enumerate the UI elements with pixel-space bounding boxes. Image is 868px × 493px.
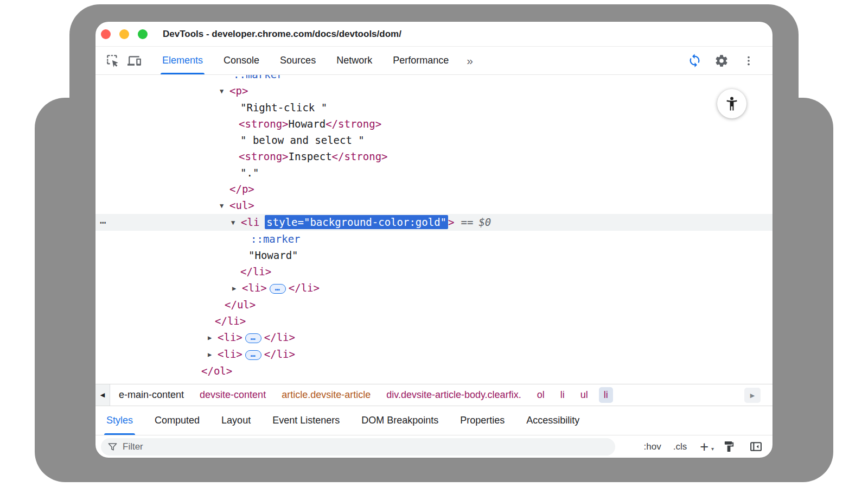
toggle-element-state-button[interactable]: :hov bbox=[644, 441, 661, 452]
dom-node-li-collapsed[interactable]: ▶<li>…</li> bbox=[95, 346, 773, 363]
expand-children-button[interactable]: … bbox=[245, 333, 261, 343]
tag-token: <li> bbox=[242, 282, 267, 294]
tag-token: </strong> bbox=[326, 118, 381, 130]
tag-token: <p> bbox=[229, 85, 248, 97]
device-toolbar-icon[interactable] bbox=[124, 47, 145, 74]
tab-network-label: Network bbox=[336, 55, 372, 66]
dom-node-li-collapsed[interactable]: ▶<li>…</li> bbox=[95, 329, 773, 346]
tab-accessibility[interactable]: Accessibility bbox=[515, 406, 590, 435]
breadcrumb-item[interactable]: ul bbox=[576, 387, 593, 403]
text-token: Inspect bbox=[289, 150, 332, 162]
dom-text-node[interactable]: "Howard" bbox=[95, 247, 773, 263]
expand-arrow-icon[interactable]: ▼ bbox=[220, 198, 229, 214]
dom-text-node[interactable]: "." bbox=[95, 165, 773, 181]
dom-text-node[interactable]: " below and select " bbox=[95, 132, 773, 148]
breadcrumb-item[interactable]: article.devsite-article bbox=[277, 387, 375, 403]
window-title: DevTools - developer.chrome.com/docs/dev… bbox=[163, 29, 401, 40]
kebab-menu-icon[interactable] bbox=[738, 55, 760, 67]
tag-token: <strong> bbox=[239, 118, 289, 130]
accessibility-widget-button[interactable] bbox=[717, 89, 746, 118]
dom-node-ul-close[interactable]: </ul> bbox=[95, 296, 773, 313]
breadcrumb-item[interactable]: li bbox=[556, 387, 570, 403]
collapse-arrow-icon[interactable]: ▶ bbox=[232, 280, 242, 296]
tag-token: </li> bbox=[264, 331, 295, 343]
sidebar-pane-tabs: Styles Computed Layout Event Listeners D… bbox=[95, 406, 773, 435]
styles-filter-field[interactable] bbox=[101, 438, 615, 456]
tag-token: </li> bbox=[215, 315, 246, 327]
breadcrumb-item[interactable]: e-main-content bbox=[114, 387, 189, 403]
title-bar: DevTools - developer.chrome.com/docs/dev… bbox=[95, 22, 773, 47]
dom-node-p-open[interactable]: ▼<p> bbox=[95, 83, 773, 99]
close-window-button[interactable] bbox=[101, 29, 111, 39]
toggle-sidebar-icon[interactable] bbox=[749, 440, 763, 453]
dom-node-ol-close[interactable]: </ol> bbox=[95, 363, 773, 379]
filter-input[interactable] bbox=[123, 441, 609, 452]
new-style-rule-button[interactable]: +▾ bbox=[700, 441, 709, 452]
tag-token: </li> bbox=[289, 282, 320, 294]
dom-node-strong-inspect[interactable]: <strong>Inspect</strong> bbox=[95, 148, 773, 165]
tab-styles[interactable]: Styles bbox=[95, 406, 144, 435]
dom-node-marker-clipped[interactable]: ::marker bbox=[95, 75, 773, 83]
tab-elements[interactable]: Elements bbox=[152, 47, 213, 74]
tab-event-listeners[interactable]: Event Listeners bbox=[261, 406, 350, 435]
dom-text-node[interactable]: "Right-click " bbox=[95, 99, 773, 116]
sync-icon[interactable] bbox=[684, 53, 705, 68]
accessibility-person-icon bbox=[724, 96, 740, 112]
text-token: "Howard" bbox=[248, 249, 298, 261]
dom-tree: ::marker ▼<p> "Right-click " <strong>How… bbox=[95, 75, 773, 384]
tab-console-label: Console bbox=[224, 55, 259, 66]
pseudo-element-token: ::marker bbox=[251, 233, 301, 245]
settings-gear-icon[interactable] bbox=[711, 54, 732, 68]
more-tabs-chevron-icon[interactable]: » bbox=[459, 47, 481, 74]
tag-token: </li> bbox=[240, 266, 271, 277]
text-token: "Right-click " bbox=[240, 102, 327, 113]
dom-node-li-close[interactable]: </li> bbox=[95, 263, 773, 280]
text-token: "." bbox=[240, 167, 259, 179]
dom-node-li-selected[interactable]: ⋯ ▼<listyle="background-color:gold">==$0 bbox=[95, 214, 773, 231]
breadcrumb-item-selected[interactable]: li bbox=[599, 387, 613, 403]
collapse-arrow-icon[interactable]: ▶ bbox=[208, 346, 218, 363]
element-classes-button[interactable]: .cls bbox=[673, 441, 687, 452]
tag-token: > bbox=[448, 216, 454, 228]
expand-children-button[interactable]: … bbox=[270, 284, 286, 294]
tab-properties-label: Properties bbox=[460, 415, 505, 426]
minimize-window-button[interactable] bbox=[119, 29, 129, 39]
dom-node-ul-open[interactable]: ▼<ul> bbox=[95, 197, 773, 214]
breadcrumb-item[interactable]: div.devsite-article-body.clearfix. bbox=[381, 387, 526, 403]
tab-performance[interactable]: Performance bbox=[382, 47, 459, 74]
devtools-tab-strip: Elements Console Sources Network Perform… bbox=[152, 47, 459, 74]
tab-properties[interactable]: Properties bbox=[449, 406, 515, 435]
expand-children-button[interactable]: … bbox=[245, 350, 261, 360]
tab-dom-breakpoints[interactable]: DOM Breakpoints bbox=[350, 406, 449, 435]
dom-node-li-collapsed[interactable]: ▶<li>…</li> bbox=[95, 280, 773, 296]
tab-console[interactable]: Console bbox=[213, 47, 270, 74]
breadcrumb-scroll-left-icon[interactable]: ◀ bbox=[95, 384, 110, 406]
dom-node-strong-howard[interactable]: <strong>Howard</strong> bbox=[95, 116, 773, 132]
toolbar-right-controls bbox=[684, 47, 773, 74]
dom-node-marker[interactable]: ::marker bbox=[95, 231, 773, 247]
filter-funnel-icon bbox=[107, 441, 118, 452]
attribute-editor[interactable]: style="background-color:gold" bbox=[265, 215, 448, 229]
collapse-arrow-icon[interactable]: ▶ bbox=[208, 330, 218, 346]
tab-dom-breakpoints-label: DOM Breakpoints bbox=[361, 415, 438, 426]
expand-arrow-icon[interactable]: ▼ bbox=[231, 214, 241, 231]
zoom-window-button[interactable] bbox=[138, 29, 148, 39]
expand-arrow-icon[interactable]: ▼ bbox=[220, 83, 229, 99]
tag-token: </ul> bbox=[225, 299, 256, 311]
breadcrumb-item[interactable]: devsite-content bbox=[195, 387, 271, 403]
tab-network[interactable]: Network bbox=[326, 47, 382, 74]
tab-sources[interactable]: Sources bbox=[270, 47, 326, 74]
inspect-element-icon[interactable] bbox=[102, 47, 124, 74]
tab-layout-label: Layout bbox=[221, 415, 251, 426]
tag-token: </ol> bbox=[201, 365, 232, 377]
breadcrumb-item[interactable]: ol bbox=[532, 387, 550, 403]
text-token: " below and select " bbox=[240, 134, 365, 146]
breadcrumb-scroll-right-icon[interactable]: ▶ bbox=[744, 388, 761, 403]
tab-computed[interactable]: Computed bbox=[144, 406, 210, 435]
paint-roller-icon[interactable] bbox=[723, 440, 735, 453]
dom-node-p-close[interactable]: </p> bbox=[95, 181, 773, 197]
tab-layout[interactable]: Layout bbox=[210, 406, 261, 435]
more-actions-icon[interactable]: ⋯ bbox=[100, 214, 106, 230]
chevron-down-icon: ▾ bbox=[711, 444, 714, 454]
dom-node-li-close[interactable]: </li> bbox=[95, 313, 773, 329]
